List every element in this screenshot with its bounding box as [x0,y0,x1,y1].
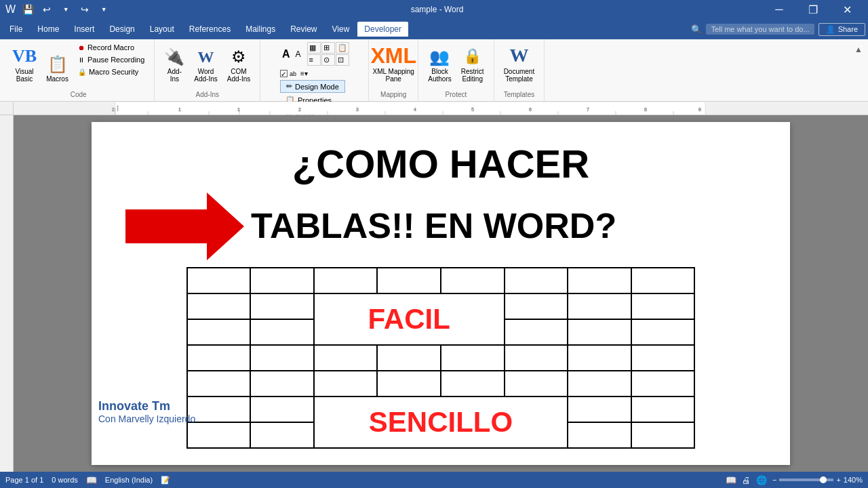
menu-view[interactable]: View [326,22,357,37]
table-cell [187,371,250,396]
add-ins-icon: 🔌 [164,47,184,66]
language[interactable]: English (India) [105,476,153,484]
code-small-buttons: ⏺ Record Macro ⏸ Pause Recording 🔒 Macro… [74,42,149,77]
zoom-in-button[interactable]: + [836,476,840,484]
qs-redo[interactable]: ↪ [78,3,92,16]
ctrl-icon-6[interactable]: ⊡ [336,54,349,66]
maximize-button[interactable]: ❐ [797,0,829,19]
xml-mapping-pane-button[interactable]: XML XML MappingPane [374,42,412,85]
visual-basic-button[interactable]: VB VisualBasic [8,42,41,85]
aa-large-button[interactable]: A [280,47,292,61]
add-ins-button[interactable]: 🔌 Add-Ins [160,42,189,85]
qs-undo[interactable]: ↩ [40,3,54,16]
print-layout-icon[interactable]: 🖨 [742,475,751,485]
macros-icon: 📋 [47,55,68,74]
pause-icon: ⏸ [78,56,85,64]
menu-mailings[interactable]: Mailings [239,22,282,37]
ctrl-icon-4[interactable]: ≡ [307,54,321,66]
ctrl-icon-5[interactable]: ⊙ [321,54,335,66]
ctrl-icon-3[interactable]: 📋 [336,42,349,54]
share-button[interactable]: 👤 Share [818,23,865,36]
ctrl-icon-2[interactable]: ⊞ [321,42,335,54]
minimize-button[interactable]: ─ [764,0,795,19]
ctrl-icon-1[interactable]: ▦ [307,42,321,54]
macro-security-button[interactable]: 🔒 Macro Security [74,66,149,77]
close-button[interactable]: ✕ [831,0,863,19]
table-cell [568,422,631,448]
ruler: │ 2 1 1 2 3 4 5 6 7 8 [14,102,868,115]
word-count: 0 words [52,476,78,484]
addins-group-content: 🔌 Add-Ins W WordAdd-Ins ⚙ COMAdd-Ins [160,42,254,89]
com-add-ins-icon: ⚙ [231,47,246,66]
macros-label: Macros [46,75,68,83]
word-add-ins-button[interactable]: W WordAdd-Ins [190,42,221,85]
table-cell [568,371,631,396]
aa-small-button[interactable]: A [294,49,303,60]
title-bar-controls: ─ ❐ ✕ [764,0,863,19]
word-add-ins-icon: W [198,48,214,66]
qs-customize[interactable]: ▼ [97,3,111,16]
svg-rect-1 [115,102,705,115]
ribbon-group-mapping: XML XML MappingPane Mapping [369,39,418,101]
menu-search-area: 🔍 👤 Share [691,23,865,36]
table-cell [505,319,568,345]
table-cell [250,268,313,293]
zoom-out-button[interactable]: − [772,476,776,484]
web-view-icon[interactable]: 🌐 [756,475,767,485]
menu-design[interactable]: Design [102,22,141,37]
table-cell [441,371,505,396]
svg-text:3: 3 [356,107,359,112]
document-page: ¿COMO HACER TABLAS!! EN WORD? [92,122,790,465]
table-cell [250,396,313,422]
svg-text:4: 4 [414,107,416,112]
ribbon-controls-grid: ▦ ⊞ 📋 ≡ ⊙ ⊡ [307,42,349,66]
ribbon-collapse-button[interactable]: ▲ [852,42,865,57]
zoom-thumb[interactable] [820,476,827,483]
com-add-ins-button[interactable]: ⚙ COMAdd-Ins [223,42,254,85]
zoom-slider[interactable] [779,479,833,481]
block-authors-icon: 👥 [429,47,450,66]
red-arrow [125,192,244,260]
menu-home[interactable]: Home [31,22,66,37]
status-bar-right: 📖 🖨 🌐 − + 140% [726,475,863,485]
menu-search-input[interactable] [706,24,814,35]
design-mode-button[interactable]: ✏ Design Mode [280,80,345,93]
menu-developer[interactable]: Developer [357,22,408,37]
document-template-button[interactable]: W DocumentTemplate [500,42,539,85]
table-cell [250,371,313,396]
add-ins-label: Add-Ins [167,68,182,83]
table-cell [441,345,505,371]
document-template-icon: W [509,45,528,66]
document-title-line1: ¿COMO HACER [125,142,756,186]
table-cell [568,345,631,371]
ribbon-group-protect: 👥 BlockAuthors 🔒 RestrictEditing Protect [418,39,494,101]
macros-button[interactable]: 📋 Macros [42,42,73,85]
ctrl-icon-more[interactable]: ≡▾ [300,70,308,77]
spelling-icon[interactable]: 📖 [86,475,97,485]
table-cell [568,293,631,319]
record-macro-button[interactable]: ⏺ Record Macro [74,42,149,53]
qs-undo-dropdown[interactable]: ▼ [59,3,73,16]
pause-recording-button[interactable]: ⏸ Pause Recording [74,54,149,65]
table-cell [250,345,313,371]
xml-mapping-icon: XML [370,45,416,66]
menu-layout[interactable]: Layout [143,22,181,37]
table-cell [631,422,694,448]
table-cell [631,371,694,396]
block-authors-button[interactable]: 👥 BlockAuthors [424,42,455,85]
menu-insert[interactable]: Insert [67,22,101,37]
document-area[interactable]: ¿COMO HACER TABLAS!! EN WORD? [14,115,868,472]
table-row-2: FACIL [187,293,694,319]
menu-references[interactable]: References [182,22,237,37]
table-cell [631,396,694,422]
table-cell [250,422,313,448]
menu-review[interactable]: Review [283,22,323,37]
status-bar: Page 1 of 1 0 words 📖 English (India) 📝 … [0,472,868,488]
restrict-editing-button[interactable]: 🔒 RestrictEditing [457,42,488,85]
qs-save[interactable]: 💾 [21,3,35,16]
ribbon-group-addins: 🔌 Add-Ins W WordAdd-Ins ⚙ COMAdd-Ins Add… [155,39,260,101]
author-sub: Con Marvelly Izquierdo [98,413,195,424]
table-row-4 [187,345,694,371]
menu-file[interactable]: File [3,22,29,37]
read-mode-icon[interactable]: 📖 [726,475,736,485]
